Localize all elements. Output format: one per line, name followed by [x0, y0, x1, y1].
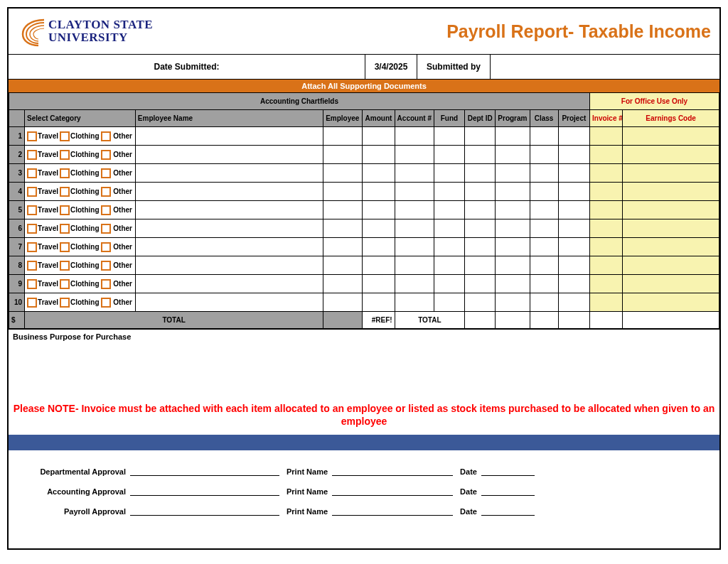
program-cell[interactable]	[496, 256, 530, 275]
earnings-code-cell[interactable]	[623, 238, 719, 256]
amount-cell[interactable]	[363, 256, 395, 275]
account-cell[interactable]	[395, 256, 434, 275]
checkbox-icon[interactable]	[27, 168, 37, 178]
amount-cell[interactable]	[363, 275, 395, 293]
program-cell[interactable]	[496, 183, 530, 201]
employee-name-cell[interactable]	[135, 127, 323, 146]
checkbox-icon[interactable]	[60, 187, 70, 197]
account-cell[interactable]	[395, 146, 434, 164]
program-cell[interactable]	[496, 219, 530, 238]
dept-id-cell[interactable]	[465, 183, 496, 201]
class-cell[interactable]	[530, 164, 558, 183]
checkbox-icon[interactable]	[27, 150, 37, 160]
checkbox-icon[interactable]	[27, 261, 37, 271]
select-category-cell[interactable]: TravelClothing Other	[25, 238, 136, 256]
fund-cell[interactable]	[434, 275, 464, 293]
fund-cell[interactable]	[434, 201, 464, 219]
select-category-cell[interactable]: TravelClothing Other	[25, 164, 136, 183]
dept-id-cell[interactable]	[465, 238, 496, 256]
employee-name-cell[interactable]	[135, 219, 323, 238]
program-cell[interactable]	[496, 127, 530, 146]
employee-name-cell[interactable]	[135, 256, 323, 275]
invoice-cell[interactable]	[590, 275, 623, 293]
employee-id-cell[interactable]	[323, 275, 363, 293]
checkbox-icon[interactable]	[60, 298, 70, 308]
employee-id-cell[interactable]	[323, 127, 363, 146]
invoice-cell[interactable]	[590, 238, 623, 256]
earnings-code-cell[interactable]	[623, 201, 719, 219]
checkbox-icon[interactable]	[101, 242, 111, 252]
accounting-printname-field[interactable]	[332, 495, 453, 496]
program-cell[interactable]	[496, 201, 530, 219]
payroll-date-field[interactable]	[481, 515, 535, 516]
amount-cell[interactable]	[363, 164, 395, 183]
accounting-signature-field[interactable]	[130, 495, 279, 496]
amount-cell[interactable]	[363, 219, 395, 238]
checkbox-icon[interactable]	[101, 205, 111, 215]
project-cell[interactable]	[558, 146, 589, 164]
checkbox-icon[interactable]	[60, 279, 70, 289]
fund-cell[interactable]	[434, 183, 464, 201]
amount-cell[interactable]	[363, 127, 395, 146]
invoice-cell[interactable]	[590, 183, 623, 201]
employee-id-cell[interactable]	[323, 201, 363, 219]
checkbox-icon[interactable]	[60, 242, 70, 252]
checkbox-icon[interactable]	[27, 242, 37, 252]
earnings-code-cell[interactable]	[623, 164, 719, 183]
project-cell[interactable]	[558, 127, 589, 146]
class-cell[interactable]	[530, 238, 558, 256]
payroll-printname-field[interactable]	[332, 515, 453, 516]
earnings-code-cell[interactable]	[623, 256, 719, 275]
checkbox-icon[interactable]	[60, 150, 70, 160]
invoice-cell[interactable]	[590, 219, 623, 238]
checkbox-icon[interactable]	[60, 205, 70, 215]
fund-cell[interactable]	[434, 256, 464, 275]
project-cell[interactable]	[558, 256, 589, 275]
account-cell[interactable]	[395, 164, 434, 183]
invoice-cell[interactable]	[590, 164, 623, 183]
employee-id-cell[interactable]	[323, 238, 363, 256]
departmental-signature-field[interactable]	[130, 475, 279, 476]
employee-name-cell[interactable]	[135, 164, 323, 183]
invoice-cell[interactable]	[590, 293, 623, 312]
amount-cell[interactable]	[363, 293, 395, 312]
employee-name-cell[interactable]	[135, 183, 323, 201]
dept-id-cell[interactable]	[465, 293, 496, 312]
dept-id-cell[interactable]	[465, 256, 496, 275]
earnings-code-cell[interactable]	[623, 219, 719, 238]
dept-id-cell[interactable]	[465, 164, 496, 183]
class-cell[interactable]	[530, 256, 558, 275]
account-cell[interactable]	[395, 127, 434, 146]
class-cell[interactable]	[530, 201, 558, 219]
class-cell[interactable]	[530, 219, 558, 238]
program-cell[interactable]	[496, 238, 530, 256]
employee-name-cell[interactable]	[135, 238, 323, 256]
class-cell[interactable]	[530, 146, 558, 164]
select-category-cell[interactable]: TravelClothing Other	[25, 146, 136, 164]
employee-id-cell[interactable]	[323, 164, 363, 183]
checkbox-icon[interactable]	[60, 224, 70, 234]
checkbox-icon[interactable]	[101, 187, 111, 197]
invoice-cell[interactable]	[590, 127, 623, 146]
account-cell[interactable]	[395, 238, 434, 256]
checkbox-icon[interactable]	[27, 279, 37, 289]
dept-id-cell[interactable]	[465, 219, 496, 238]
project-cell[interactable]	[558, 293, 589, 312]
select-category-cell[interactable]: TravelClothing Other	[25, 275, 136, 293]
earnings-code-cell[interactable]	[623, 146, 719, 164]
select-category-cell[interactable]: TravelClothing Other	[25, 127, 136, 146]
select-category-cell[interactable]: TravelClothing Other	[25, 201, 136, 219]
checkbox-icon[interactable]	[27, 205, 37, 215]
employee-id-cell[interactable]	[323, 219, 363, 238]
checkbox-icon[interactable]	[101, 150, 111, 160]
employee-id-cell[interactable]	[323, 256, 363, 275]
amount-cell[interactable]	[363, 238, 395, 256]
employee-name-cell[interactable]	[135, 201, 323, 219]
invoice-cell[interactable]	[590, 201, 623, 219]
account-cell[interactable]	[395, 201, 434, 219]
payroll-signature-field[interactable]	[130, 515, 279, 516]
checkbox-icon[interactable]	[60, 168, 70, 178]
accounting-date-field[interactable]	[481, 495, 535, 496]
fund-cell[interactable]	[434, 219, 464, 238]
employee-id-cell[interactable]	[323, 146, 363, 164]
